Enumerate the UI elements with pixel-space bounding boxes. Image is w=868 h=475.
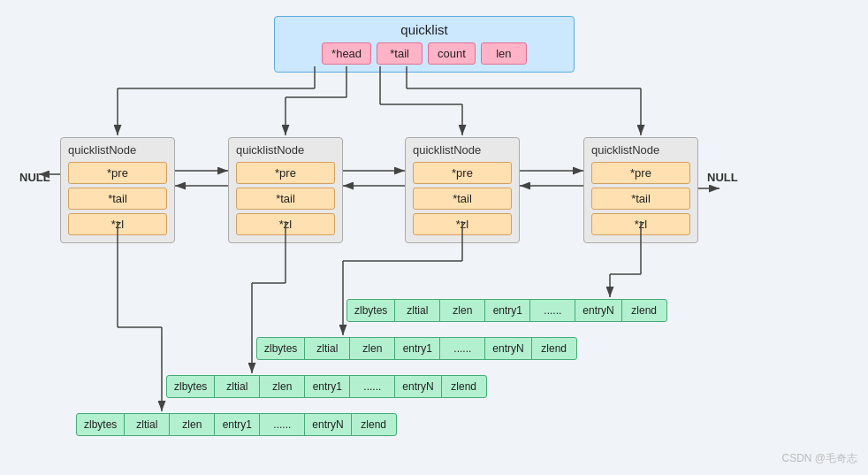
quicklist-field-len: len (481, 42, 527, 65)
zl3-zlbytes: zlbytes (166, 375, 215, 398)
node2-box: quicklistNode *pre *tail *zl (228, 137, 343, 243)
quicklist-box: quicklist *head *tail count len (274, 16, 575, 73)
quicklist-field-head: *head (322, 42, 371, 65)
watermark: CSDN @毛奇志 (781, 451, 857, 466)
node1-fields: *pre *tail *zl (68, 162, 167, 235)
ziplist-row3: zlbytes zltial zlen entry1 ...... entryN… (166, 375, 487, 398)
node4-tail: *tail (591, 188, 690, 210)
null-right: NULL (707, 171, 738, 184)
null-left: NULL (19, 171, 50, 184)
ziplist-row2: zlbytes zltial zlen entry1 ...... entryN… (256, 337, 577, 360)
zl1-zltial: zltial (394, 299, 440, 322)
zl2-entryN: entryN (484, 337, 531, 360)
zl3-zltial: zltial (214, 375, 260, 398)
ziplist-row4: zlbytes zltial zlen entry1 ...... entryN… (76, 413, 397, 436)
zl4-entryN: entryN (304, 413, 351, 436)
diagram-container: quicklist *head *tail count len quicklis… (0, 0, 868, 475)
zl4-zltial: zltial (124, 413, 170, 436)
ziplist-row1: zlbytes zltial zlen entry1 ...... entryN… (346, 299, 667, 322)
zl1-zlen: zlen (439, 299, 485, 322)
node3-zl: *zl (413, 213, 512, 235)
zl4-dots: ...... (259, 413, 305, 436)
node4-pre: *pre (591, 162, 690, 184)
zl2-dots: ...... (439, 337, 485, 360)
node4-title: quicklistNode (591, 143, 690, 157)
zl2-zltial: zltial (304, 337, 350, 360)
zl1-dots: ...... (529, 299, 575, 322)
quicklist-fields: *head *tail count len (282, 42, 567, 65)
zl2-zlbytes: zlbytes (256, 337, 305, 360)
zl2-entry1: entry1 (394, 337, 440, 360)
zl4-entry1: entry1 (214, 413, 260, 436)
zl1-entry1: entry1 (484, 299, 530, 322)
node1-pre: *pre (68, 162, 167, 184)
node2-tail: *tail (236, 188, 335, 210)
node1-box: quicklistNode *pre *tail *zl (60, 137, 175, 243)
quicklist-field-tail: *tail (377, 42, 423, 65)
node3-title: quicklistNode (413, 143, 512, 157)
zl2-zlend: zlend (531, 337, 577, 360)
zl3-entryN: entryN (394, 375, 441, 398)
zl3-entry1: entry1 (304, 375, 350, 398)
quicklist-field-count: count (428, 42, 476, 65)
node4-zl: *zl (591, 213, 690, 235)
zl1-zlbytes: zlbytes (346, 299, 395, 322)
node2-zl: *zl (236, 213, 335, 235)
node2-title: quicklistNode (236, 143, 335, 157)
node3-fields: *pre *tail *zl (413, 162, 512, 235)
node4-fields: *pre *tail *zl (591, 162, 690, 235)
zl1-zlend: zlend (621, 299, 667, 322)
zl4-zlbytes: zlbytes (76, 413, 125, 436)
zl3-dots: ...... (349, 375, 395, 398)
zl4-zlen: zlen (169, 413, 215, 436)
zl1-entryN: entryN (575, 299, 621, 322)
node3-tail: *tail (413, 188, 512, 210)
node2-fields: *pre *tail *zl (236, 162, 335, 235)
zl2-zlen: zlen (349, 337, 395, 360)
node1-title: quicklistNode (68, 143, 167, 157)
zl3-zlend: zlend (441, 375, 487, 398)
node3-pre: *pre (413, 162, 512, 184)
quicklist-title: quicklist (282, 22, 567, 37)
node1-zl: *zl (68, 213, 167, 235)
node4-box: quicklistNode *pre *tail *zl (583, 137, 698, 243)
node1-tail: *tail (68, 188, 167, 210)
zl4-zlend: zlend (351, 413, 397, 436)
zl3-zlen: zlen (259, 375, 305, 398)
node3-box: quicklistNode *pre *tail *zl (405, 137, 520, 243)
node2-pre: *pre (236, 162, 335, 184)
